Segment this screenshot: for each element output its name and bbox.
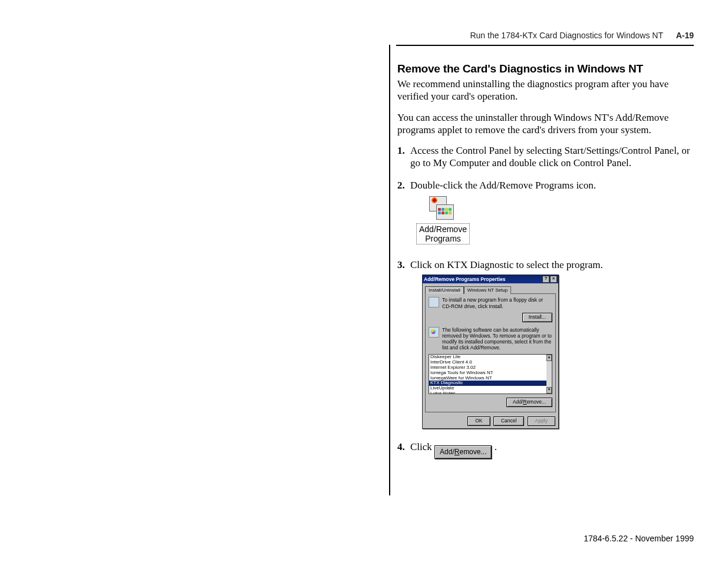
uninstall-icon [429, 327, 439, 338]
section-title: Remove the Card's Diagnostics in Windows… [397, 62, 693, 75]
list-item[interactable]: Lotus Notes [429, 391, 546, 394]
tab-windows-nt-setup[interactable]: Windows NT Setup [464, 286, 511, 294]
cancel-button[interactable]: Cancel [493, 416, 524, 426]
apply-button[interactable]: Apply [528, 416, 555, 426]
close-button[interactable]: × [550, 276, 557, 283]
step-number: 1. [397, 144, 410, 170]
step-number: 2. [397, 179, 410, 250]
scrollbar[interactable]: ▲ ▼ [546, 355, 552, 394]
install-button[interactable]: Install... [522, 313, 552, 322]
uninstall-blurb: The following software can be automatica… [442, 327, 552, 351]
add-remove-button[interactable]: Add/Remove... [506, 398, 552, 407]
step-number: 4. [397, 441, 410, 459]
dialog-title: Add/Remove Programs Properties [424, 276, 542, 283]
add-remove-properties-dialog: Add/Remove Programs Properties ? × Insta… [422, 275, 559, 429]
intro-paragraph-1: We recommend uninstalling the diagnostic… [397, 78, 693, 103]
step-4-text-post: . [495, 441, 497, 452]
step-1-text: Access the Control Panel by selecting St… [410, 144, 693, 170]
footer: 1784-6.5.22 - November 1999 [584, 534, 694, 543]
ok-button[interactable]: OK [467, 416, 490, 426]
scroll-up-icon[interactable]: ▲ [546, 355, 552, 361]
scroll-down-icon[interactable]: ▼ [546, 387, 552, 394]
step-number: 3. [397, 259, 410, 431]
help-button[interactable]: ? [542, 276, 549, 283]
install-icon [429, 297, 439, 308]
vertical-rule [389, 45, 390, 495]
tab-panel: To install a new program from a floppy d… [425, 293, 556, 412]
dialog-titlebar[interactable]: Add/Remove Programs Properties ? × [423, 275, 558, 283]
running-header: Run the 1784-KTx Card Diagnostics for Wi… [470, 31, 694, 40]
add-remove-icon-label: Add/Remove Programs [416, 223, 470, 244]
programs-listbox[interactable]: Diskeeper LiteInterDrive Client 4.0Inter… [429, 354, 552, 394]
tab-install-uninstall[interactable]: Install/Uninstall [425, 286, 464, 294]
header-rule [396, 45, 694, 46]
add-remove-programs-icon[interactable]: Add/Remove Programs [416, 196, 469, 244]
step-2-text: Double-click the Add/Remove Programs ico… [410, 179, 693, 191]
add-remove-inline-button[interactable]: Add/Remove... [434, 445, 492, 459]
step-3-text: Click on KTX Diagnostic to select the pr… [410, 259, 693, 271]
add-remove-icon-graphic [429, 196, 456, 222]
install-blurb: To install a new program from a floppy d… [442, 297, 552, 309]
step-4-text-pre: Click [410, 441, 434, 452]
running-head-text: Run the 1784-KTx Card Diagnostics for Wi… [470, 31, 663, 40]
page-number: A-19 [676, 31, 694, 40]
intro-paragraph-2: You can access the uninstaller through W… [397, 111, 693, 137]
